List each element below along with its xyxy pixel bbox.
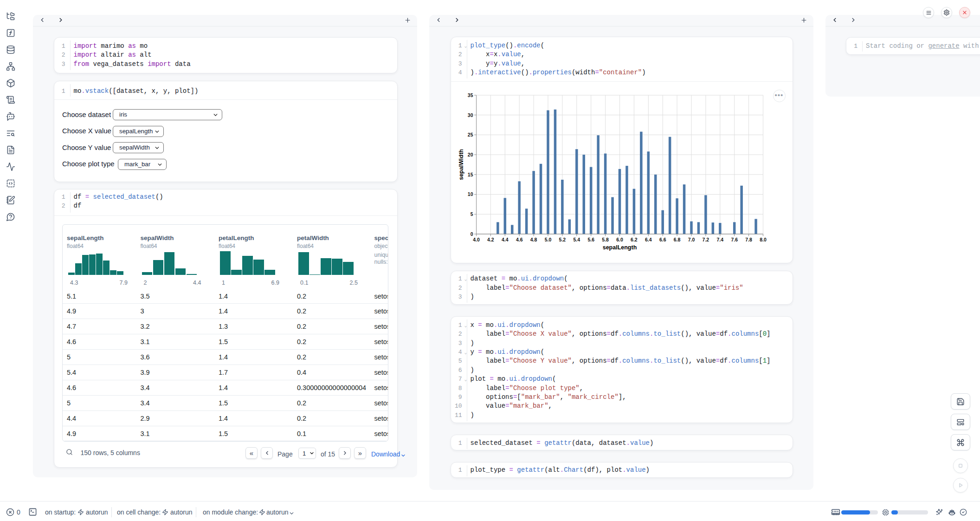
svg-text:5.0: 5.0 xyxy=(545,237,552,242)
svg-text:5: 5 xyxy=(471,211,473,217)
svg-text:5.4: 5.4 xyxy=(573,237,580,242)
svg-text:4.6: 4.6 xyxy=(516,237,523,242)
svg-text:7.8: 7.8 xyxy=(745,237,752,242)
svg-text:35: 35 xyxy=(468,92,473,98)
svg-text:5.8: 5.8 xyxy=(602,237,609,242)
svg-text:4.0: 4.0 xyxy=(473,237,480,242)
svg-text:8.0: 8.0 xyxy=(760,237,767,242)
svg-text:sepalLength: sepalLength xyxy=(603,244,637,251)
svg-text:7.2: 7.2 xyxy=(703,237,709,242)
svg-text:20: 20 xyxy=(468,152,473,157)
svg-text:4.4: 4.4 xyxy=(502,237,509,242)
svg-text:sepalWidth: sepalWidth xyxy=(458,149,464,180)
svg-text:6.8: 6.8 xyxy=(674,237,681,242)
svg-text:4.8: 4.8 xyxy=(530,237,537,242)
svg-text:25: 25 xyxy=(468,132,473,137)
svg-text:30: 30 xyxy=(468,112,473,117)
svg-text:4.2: 4.2 xyxy=(487,237,494,242)
svg-text:15: 15 xyxy=(468,172,473,177)
svg-text:0: 0 xyxy=(471,231,473,237)
svg-text:6.6: 6.6 xyxy=(659,237,666,242)
svg-text:7.6: 7.6 xyxy=(731,237,738,242)
svg-text:10: 10 xyxy=(468,191,473,197)
svg-text:6.4: 6.4 xyxy=(645,237,652,242)
svg-text:5.6: 5.6 xyxy=(587,237,594,242)
svg-text:7.0: 7.0 xyxy=(688,237,695,242)
svg-text:6.0: 6.0 xyxy=(616,237,623,242)
svg-text:7.4: 7.4 xyxy=(716,237,723,242)
svg-text:6.2: 6.2 xyxy=(631,237,638,242)
svg-text:5.2: 5.2 xyxy=(559,237,566,242)
